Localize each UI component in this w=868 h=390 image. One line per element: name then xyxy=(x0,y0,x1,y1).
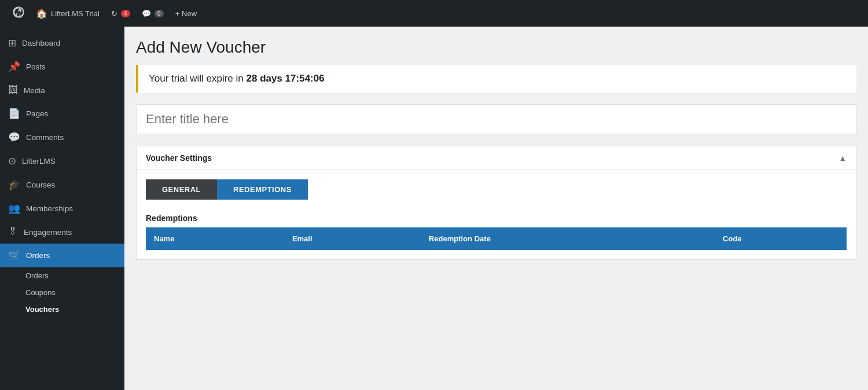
sidebar-item-courses[interactable]: 🎓 Courses xyxy=(0,173,124,197)
redemptions-section: Redemptions Name Email Redemption Date C… xyxy=(146,214,847,250)
media-icon: 🖼 xyxy=(8,84,18,96)
trial-notice: Your trial will expire in 28 days 17:54:… xyxy=(136,65,856,93)
sidebar-item-dashboard[interactable]: ⊞ Dashboard xyxy=(0,31,124,55)
sidebar-item-comments[interactable]: 💬 Comments xyxy=(0,126,124,149)
wp-logo-button[interactable] xyxy=(7,0,30,27)
sidebar-item-memberships[interactable]: 👥 Memberships xyxy=(0,197,124,220)
lifterlms-icon: ⊙ xyxy=(8,155,16,167)
home-icon: 🏠 xyxy=(36,8,47,19)
trial-notice-highlight: 28 days 17:54:06 xyxy=(247,73,325,84)
sidebar-label-memberships: Memberships xyxy=(26,204,73,213)
sidebar-label-orders: Orders xyxy=(26,251,50,260)
orders-icon: 🛒 xyxy=(8,249,20,262)
panel-toggle-button[interactable]: ▲ xyxy=(838,153,847,163)
site-name-button[interactable]: 🏠 LifterLMS Trial xyxy=(30,0,105,27)
col-redemption-date: Redemption Date xyxy=(421,227,715,250)
tab-general[interactable]: GENERAL xyxy=(146,179,217,200)
col-name: Name xyxy=(146,227,284,250)
sidebar-item-pages[interactable]: 📄 Pages xyxy=(0,102,124,126)
redemptions-table: Name Email Redemption Date Code xyxy=(146,227,847,250)
memberships-icon: 👥 xyxy=(8,203,20,215)
posts-icon: 📌 xyxy=(8,61,20,73)
voucher-settings-panel: Voucher Settings ▲ GENERAL REDEMPTIONS R… xyxy=(136,146,856,260)
dashboard-icon: ⊞ xyxy=(8,37,16,49)
admin-bar: 🏠 LifterLMS Trial ↻ 4 💬 0 + New xyxy=(0,0,868,27)
trial-notice-prefix: Your trial will expire in xyxy=(149,73,247,84)
sidebar-label-media: Media xyxy=(24,86,45,95)
updates-count: 4 xyxy=(121,10,130,17)
orders-submenu: Orders Coupons Vouchers xyxy=(0,267,124,318)
sidebar-sub-coupons[interactable]: Coupons xyxy=(0,284,124,301)
sidebar-item-orders[interactable]: 🛒 Orders xyxy=(0,244,124,267)
sidebar-label-lifterlms: LifterLMS xyxy=(22,157,56,165)
courses-icon: 🎓 xyxy=(8,179,20,191)
pages-icon: 📄 xyxy=(8,108,20,120)
page-title: Add New Voucher xyxy=(136,38,856,57)
sidebar-label-engagements: Engagements xyxy=(24,228,72,237)
engagements-icon: 🎖 xyxy=(8,226,18,238)
sidebar: ⊞ Dashboard 📌 Posts 🖼 Media 📄 Pages 💬 Co… xyxy=(0,27,124,390)
comments-nav-icon: 💬 xyxy=(8,131,20,144)
panel-body: GENERAL REDEMPTIONS Redemptions Name Ema… xyxy=(137,170,856,259)
sidebar-sub-orders[interactable]: Orders xyxy=(0,267,124,284)
updates-button[interactable]: ↻ 4 xyxy=(105,0,136,27)
sidebar-item-lifterlms[interactable]: ⊙ LifterLMS xyxy=(0,149,124,173)
sidebar-item-media[interactable]: 🖼 Media xyxy=(0,79,124,102)
sidebar-item-posts[interactable]: 📌 Posts xyxy=(0,55,124,79)
sidebar-sub-vouchers[interactable]: Vouchers xyxy=(0,301,124,318)
sidebar-sub-coupons-label: Coupons xyxy=(25,288,56,297)
app-layout: ⊞ Dashboard 📌 Posts 🖼 Media 📄 Pages 💬 Co… xyxy=(0,27,868,390)
new-content-button[interactable]: + New xyxy=(170,0,203,27)
panel-header: Voucher Settings ▲ xyxy=(137,146,856,170)
redemptions-label: Redemptions xyxy=(146,214,847,223)
col-email: Email xyxy=(284,227,421,250)
sidebar-sub-vouchers-label: Vouchers xyxy=(25,305,59,314)
comments-count: 0 xyxy=(155,10,164,17)
sidebar-label-posts: Posts xyxy=(26,62,46,71)
col-code: Code xyxy=(715,227,847,250)
tab-redemptions[interactable]: REDEMPTIONS xyxy=(217,179,308,200)
voucher-title-input[interactable] xyxy=(136,104,856,134)
wp-icon xyxy=(13,6,24,20)
sidebar-label-comments: Comments xyxy=(26,133,64,142)
sidebar-label-pages: Pages xyxy=(26,109,48,118)
site-name-label: LifterLMS Trial xyxy=(51,9,100,18)
voucher-tabs: GENERAL REDEMPTIONS xyxy=(146,179,847,200)
sidebar-label-courses: Courses xyxy=(26,181,55,189)
panel-title: Voucher Settings xyxy=(146,153,212,163)
sidebar-item-engagements[interactable]: 🎖 Engagements xyxy=(0,220,124,244)
main-content: Add New Voucher Your trial will expire i… xyxy=(124,27,868,390)
table-header-row: Name Email Redemption Date Code xyxy=(146,227,847,250)
new-label: + New xyxy=(175,9,197,18)
sidebar-label-dashboard: Dashboard xyxy=(22,39,60,47)
comments-icon: 💬 xyxy=(142,9,151,18)
updates-icon: ↻ xyxy=(111,9,117,18)
sidebar-sub-orders-label: Orders xyxy=(25,271,49,280)
comments-button[interactable]: 💬 0 xyxy=(136,0,170,27)
